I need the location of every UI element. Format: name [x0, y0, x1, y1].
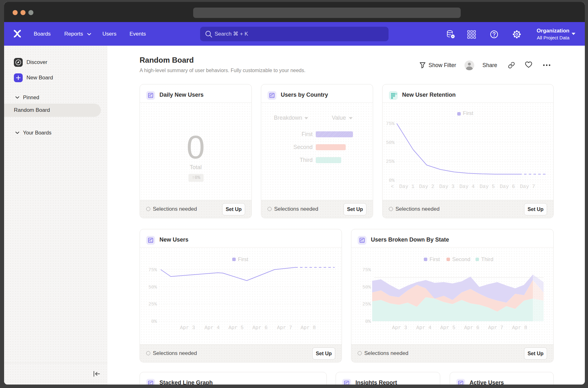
svg-text:Apr 7: Apr 7 [277, 325, 292, 331]
svg-text:Day 4: Day 4 [459, 184, 475, 190]
svg-text:75%: 75% [362, 267, 371, 273]
svg-text:Apr 3: Apr 3 [392, 325, 407, 331]
svg-text:<: < [391, 184, 394, 190]
svg-text:0%: 0% [365, 319, 371, 324]
svg-text:0%: 0% [151, 319, 157, 324]
svg-text:25%: 25% [362, 302, 371, 307]
svg-text:Day 1: Day 1 [399, 184, 414, 190]
svg-text:Apr 6: Apr 6 [252, 325, 268, 331]
svg-text:50%: 50% [362, 285, 371, 290]
svg-text:25%: 25% [386, 159, 395, 164]
svg-text:50%: 50% [386, 140, 395, 146]
svg-text:Apr 4: Apr 4 [205, 325, 220, 331]
svg-text:Day 3: Day 3 [439, 184, 454, 190]
svg-text:50%: 50% [148, 285, 157, 290]
svg-text:Day 6: Day 6 [500, 184, 515, 190]
svg-text:75%: 75% [386, 121, 395, 127]
svg-text:Day 5: Day 5 [480, 184, 495, 190]
svg-text:Apr 6: Apr 6 [464, 325, 479, 331]
svg-text:Apr 8: Apr 8 [301, 325, 316, 331]
svg-text:Day 2: Day 2 [419, 184, 434, 190]
svg-text:Apr 8: Apr 8 [512, 325, 527, 331]
svg-text:Day 7: Day 7 [520, 184, 535, 190]
svg-text:Apr 3: Apr 3 [180, 325, 195, 331]
svg-text:Apr 4: Apr 4 [416, 325, 431, 331]
svg-text:0%: 0% [389, 178, 395, 183]
svg-text:Apr 5: Apr 5 [440, 325, 455, 331]
svg-text:25%: 25% [148, 302, 157, 307]
svg-text:Apr 5: Apr 5 [228, 325, 244, 331]
svg-text:Apr 7: Apr 7 [488, 325, 503, 331]
svg-text:75%: 75% [148, 267, 157, 273]
